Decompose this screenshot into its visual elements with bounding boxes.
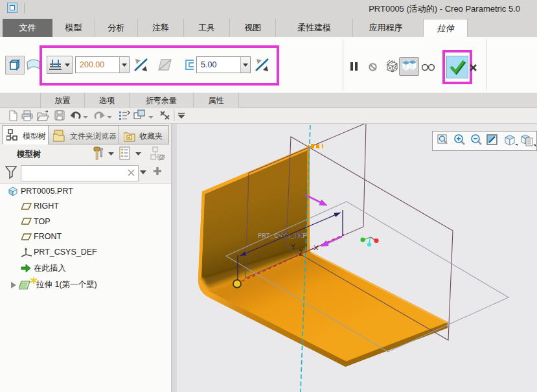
svg-text:200.00: 200.00 bbox=[278, 232, 303, 240]
